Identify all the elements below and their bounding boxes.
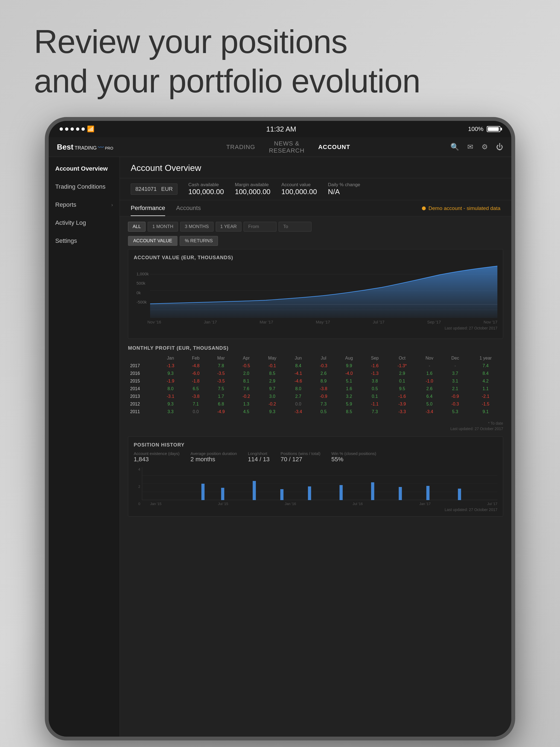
table-row: 2014 8.0 6.5 7.5 7.6 9.7 8.0 -3.8 1.6 0.… <box>128 385 503 393</box>
pos-history-svg <box>142 467 498 500</box>
filter-1-year[interactable]: 1 YEAR <box>216 222 241 232</box>
account-currency: EUR <box>161 186 173 192</box>
monthly-profit-last-updated: Last updated: 27 October 2017 <box>128 427 503 431</box>
long-short-stat: Long/short 114 / 13 <box>248 451 270 463</box>
svg-rect-15 <box>426 486 430 500</box>
settings-icon[interactable]: ⚙ <box>482 143 488 151</box>
col-jun: Jun <box>286 354 311 362</box>
filter-1-month[interactable]: 1 MONTH <box>148 222 178 232</box>
col-aug: Aug <box>336 354 362 362</box>
daily-change-label: Daily % change <box>328 182 360 187</box>
chart-y-labels: 1,000k 500k 0k -500k <box>136 272 149 304</box>
filter-3-months[interactable]: 3 MONTHS <box>180 222 213 232</box>
col-feb: Feb <box>183 354 208 362</box>
status-bar: 📶 11:32 AM 100% <box>49 121 511 137</box>
logo-best: Best <box>57 143 74 152</box>
logo-pro: PRO <box>105 146 113 150</box>
battery-icon <box>487 126 501 132</box>
margin-available-stat: Margin available 100,000.00 <box>235 182 271 196</box>
svg-rect-14 <box>399 487 402 500</box>
hero-title: Review your positions and your portfolio… <box>34 22 526 101</box>
nav-tab-account[interactable]: ACCOUNT <box>318 144 350 151</box>
header-icons: 🔍 ✉ ⚙ ⏻ <box>449 143 503 151</box>
account-id-box: 8241071 EUR <box>131 183 177 195</box>
sidebar-item-account-overview[interactable]: Account Overview <box>49 160 120 178</box>
profit-table-header-row: Jan Feb Mar Apr May Jun Jul Aug Sep Oct … <box>128 354 503 362</box>
cash-available-value: 100,000.00 <box>188 187 224 196</box>
margin-available-label: Margin available <box>235 182 269 187</box>
reports-chevron-icon: › <box>111 202 113 208</box>
pos-chart-area <box>142 467 498 500</box>
col-oct: Oct <box>388 354 417 362</box>
table-row: 2012 9.3 7.1 6.8 1.3 -0.2 0.0 7.3 5.9 -1… <box>128 400 503 408</box>
account-value-chart: ACCOUNT VALUE (EUR, THOUSANDS) 1,000k 50… <box>128 249 503 339</box>
position-history-title: POSITION HISTORY <box>134 442 498 448</box>
account-existence-stat: Account existence (days) 1,843 <box>134 451 180 463</box>
sidebar: Account Overview Trading Conditions Repo… <box>49 157 120 737</box>
wifi-icon: 📶 <box>87 126 94 133</box>
sidebar-item-settings[interactable]: Settings <box>49 232 120 250</box>
chart-area <box>150 263 498 318</box>
position-stats: Account existence (days) 1,843 Average p… <box>134 451 498 463</box>
date-to-input[interactable] <box>279 222 311 232</box>
cash-available-label: Cash available <box>188 182 219 187</box>
table-footnote: * To date <box>128 421 503 426</box>
svg-rect-11 <box>308 486 311 500</box>
margin-available-value: 100,000.00 <box>235 187 271 196</box>
sidebar-item-reports[interactable]: Reports › <box>49 196 120 214</box>
time-filter-bar: ALL 1 MONTH 3 MONTHS 1 YEAR <box>128 222 503 232</box>
sidebar-item-activity-log[interactable]: Activity Log <box>49 214 120 232</box>
status-bar-left: 📶 <box>59 126 94 133</box>
monthly-profit-title: MONTHLY PROFIT (EUR, THOUSANDS) <box>128 345 503 351</box>
daily-change-value: N/A <box>328 187 339 196</box>
col-apr: Apr <box>233 354 259 362</box>
demo-badge: Demo account - simulated data <box>422 205 501 215</box>
power-icon[interactable]: ⏻ <box>496 143 503 151</box>
svg-rect-13 <box>371 482 374 500</box>
main-content: Account Overview 8241071 EUR Cash availa… <box>120 157 511 737</box>
sidebar-item-trading-conditions[interactable]: Trading Conditions <box>49 178 120 196</box>
svg-rect-12 <box>339 485 343 500</box>
col-dec: Dec <box>442 354 468 362</box>
col-1year: 1 year <box>468 354 503 362</box>
app-logo: Best TRADING 〰 PRO <box>57 143 128 152</box>
account-value-label: Account value <box>281 182 311 187</box>
svg-rect-10 <box>280 489 284 500</box>
nav-tabs: TRADING NEWS &RESEARCH ACCOUNT <box>128 140 449 154</box>
date-from-input[interactable] <box>244 222 276 232</box>
app-header: Best TRADING 〰 PRO TRADING NEWS &RESEARC… <box>49 137 511 157</box>
toggle-pct-returns[interactable]: % RETURNS <box>180 236 218 246</box>
content-scroll[interactable]: ALL 1 MONTH 3 MONTHS 1 YEAR ACCOUNT VALU… <box>120 216 511 737</box>
toggle-account-value[interactable]: ACCOUNT VALUE <box>128 236 177 246</box>
daily-change-stat: Daily % change N/A <box>328 182 360 196</box>
chart-toggle: ACCOUNT VALUE % RETURNS <box>128 236 503 246</box>
demo-dot-icon <box>422 206 426 210</box>
status-time: 11:32 AM <box>266 125 296 133</box>
battery-percent: 100% <box>468 126 483 133</box>
position-history-section: POSITION HISTORY Account existence (days… <box>128 436 503 516</box>
pos-x-labels: Jan '15 Jul '15 Jan '16 Jul '16 Jan '17 … <box>150 502 498 506</box>
mail-icon[interactable]: ✉ <box>467 143 473 151</box>
pos-history-last-updated: Last updated: 27 October 2017 <box>134 508 498 512</box>
tab-performance[interactable]: Performance <box>131 205 165 216</box>
tab-accounts[interactable]: Accounts <box>176 205 201 216</box>
positions-wins-total-stat: Positions (wins / total) 70 / 127 <box>281 451 321 463</box>
win-pct-stat: Win % (closed positions) 55% <box>331 451 376 463</box>
svg-rect-9 <box>253 481 256 500</box>
logo-trading: TRADING <box>75 145 97 151</box>
col-sep: Sep <box>362 354 388 362</box>
signal-dot-1 <box>59 127 63 131</box>
account-id: 8241071 <box>135 186 157 192</box>
account-value-chart-title: ACCOUNT VALUE (EUR, THOUSANDS) <box>134 255 498 261</box>
filter-all[interactable]: ALL <box>128 222 146 232</box>
search-icon[interactable]: 🔍 <box>450 143 459 151</box>
nav-tab-news[interactable]: NEWS &RESEARCH <box>269 140 304 154</box>
pos-y-labels: 4 2 0 <box>138 467 142 506</box>
signal-dot-4 <box>76 127 79 131</box>
nav-tab-trading[interactable]: TRADING <box>226 144 255 151</box>
monthly-profit-table: Jan Feb Mar Apr May Jun Jul Aug Sep Oct … <box>128 354 503 416</box>
signal-dot-3 <box>71 127 74 131</box>
page-title-bar: Account Overview <box>120 157 511 178</box>
chart-x-labels: Nov '16 Jan '17 Mar '17 May '17 Jul '17 … <box>147 319 498 324</box>
battery-fill <box>488 127 499 131</box>
